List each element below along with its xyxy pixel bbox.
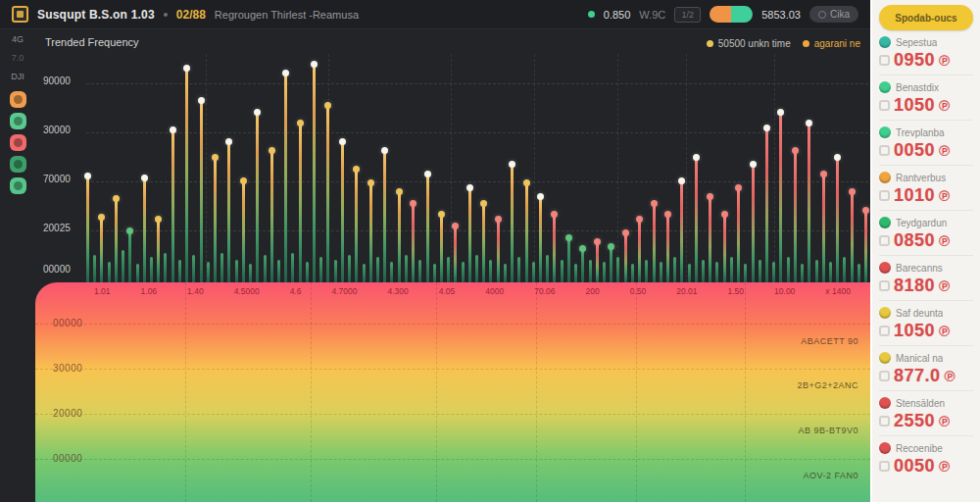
sidebar-alert-icon[interactable] <box>10 134 26 151</box>
bar-cap-icon[interactable] <box>324 102 331 109</box>
bar-cap-icon[interactable] <box>396 188 403 195</box>
item-title-row[interactable]: Manical na <box>879 352 973 364</box>
bar[interactable] <box>348 255 351 282</box>
bar-cap-icon[interactable] <box>721 211 728 218</box>
bar-cap-icon[interactable] <box>84 173 91 179</box>
bar-cap-icon[interactable] <box>353 166 360 173</box>
heatmap-v-gridline[interactable] <box>745 282 746 502</box>
v-gridline[interactable] <box>206 54 207 282</box>
bar[interactable] <box>390 262 393 282</box>
bar[interactable] <box>673 257 676 282</box>
sidebar-grid-icon[interactable] <box>10 156 26 173</box>
list-item[interactable]: Recoenibe0050℗ <box>879 436 973 481</box>
bar-cap-icon[interactable] <box>113 195 120 202</box>
bar[interactable] <box>93 255 96 282</box>
bar[interactable] <box>772 262 775 282</box>
x-axis-label[interactable]: 4.5000 <box>234 286 260 296</box>
bar[interactable] <box>264 255 267 282</box>
bar[interactable] <box>702 260 705 282</box>
coin-outline-icon[interactable] <box>879 326 890 336</box>
bar[interactable] <box>723 216 726 282</box>
heatmap-right-label[interactable]: ABACETT 90 <box>801 336 858 346</box>
heatmap-v-gridline[interactable] <box>536 282 537 502</box>
heatmap-v-gridline[interactable] <box>636 282 637 502</box>
bar[interactable] <box>603 262 606 282</box>
bar[interactable] <box>864 212 867 282</box>
bar[interactable] <box>454 227 457 282</box>
item-value-row[interactable]: 8180℗ <box>879 276 973 296</box>
bar[interactable] <box>319 257 322 282</box>
item-token-icon[interactable] <box>879 262 891 274</box>
bar[interactable] <box>284 75 287 282</box>
bar[interactable] <box>398 193 401 282</box>
bar[interactable] <box>277 260 280 282</box>
bar[interactable] <box>546 255 549 282</box>
coin-outline-icon[interactable] <box>879 461 890 472</box>
v-gridline[interactable] <box>617 54 618 282</box>
bar[interactable] <box>574 264 577 282</box>
x-axis-label[interactable]: 1.50 <box>728 286 745 296</box>
sidebar-text[interactable]: 4G <box>12 35 24 44</box>
bar-cap-icon[interactable] <box>622 229 629 236</box>
bar-cap-icon[interactable] <box>777 109 784 116</box>
bar[interactable] <box>249 264 252 282</box>
h-gridline[interactable] <box>86 83 868 84</box>
bar-cap-icon[interactable] <box>608 243 614 250</box>
bar[interactable] <box>695 159 698 282</box>
sidebar-globe-icon[interactable] <box>10 177 26 194</box>
list-item[interactable]: Manical na877.0℗ <box>879 346 973 391</box>
quick-action-button[interactable]: Cika <box>809 6 858 23</box>
bar[interactable] <box>794 152 797 282</box>
bar[interactable] <box>730 257 733 282</box>
range-selector[interactable]: 1/2 <box>674 7 701 23</box>
bar[interactable] <box>220 253 223 282</box>
bar[interactable] <box>122 250 124 282</box>
bar[interactable] <box>581 250 584 282</box>
bar-cap-icon[interactable] <box>410 200 416 207</box>
bar[interactable] <box>532 262 535 282</box>
y-axis-label[interactable]: 30000 <box>43 125 71 135</box>
bar[interactable] <box>589 260 592 282</box>
bar[interactable] <box>638 221 641 282</box>
bar-cap-icon[interactable] <box>523 179 530 186</box>
bar-cap-icon[interactable] <box>594 238 601 245</box>
bar-cap-icon[interactable] <box>849 188 856 195</box>
bar[interactable] <box>128 232 131 282</box>
bar[interactable] <box>150 257 153 282</box>
bar[interactable] <box>539 198 542 282</box>
bar[interactable] <box>666 216 669 282</box>
item-value-row[interactable]: 0950℗ <box>879 50 973 71</box>
bar[interactable] <box>631 264 634 282</box>
item-title-row[interactable]: Stensälden <box>879 397 973 409</box>
bar-cap-icon[interactable] <box>664 211 671 218</box>
bar[interactable] <box>610 248 612 282</box>
bar-cap-icon[interactable] <box>183 65 190 72</box>
bar[interactable] <box>468 189 471 283</box>
bar[interactable] <box>214 159 217 282</box>
legend-dot-icon[interactable] <box>803 40 809 47</box>
bar-cap-icon[interactable] <box>537 193 544 200</box>
bar[interactable] <box>653 205 656 282</box>
bar[interactable] <box>715 262 718 282</box>
bar[interactable] <box>207 262 210 282</box>
legend-item[interactable]: agarani ne <box>803 38 860 49</box>
list-item[interactable]: Teydgardun0850℗ <box>879 211 973 256</box>
item-title-row[interactable]: Barecanns <box>879 262 973 274</box>
sidebar-text[interactable]: 7.0 <box>12 54 24 63</box>
sidebar-wallet-icon[interactable] <box>10 113 26 129</box>
sidebar-clock-icon[interactable] <box>10 91 26 108</box>
item-title-row[interactable]: Rantverbus <box>879 172 973 183</box>
bar[interactable] <box>86 177 89 282</box>
bar[interactable] <box>447 257 450 282</box>
x-axis-label[interactable]: 4000 <box>485 286 504 296</box>
bar-cap-icon[interactable] <box>126 227 133 234</box>
bar[interactable] <box>108 262 111 282</box>
bar[interactable] <box>369 184 372 282</box>
bar-cap-icon[interactable] <box>198 97 205 104</box>
bar-cap-icon[interactable] <box>480 200 487 207</box>
item-title-row[interactable]: Teydgardun <box>879 217 973 228</box>
bar[interactable] <box>157 221 160 282</box>
bar[interactable] <box>363 264 366 282</box>
bar-cap-icon[interactable] <box>381 147 388 154</box>
x-axis-label[interactable]: 0.50 <box>630 286 647 296</box>
